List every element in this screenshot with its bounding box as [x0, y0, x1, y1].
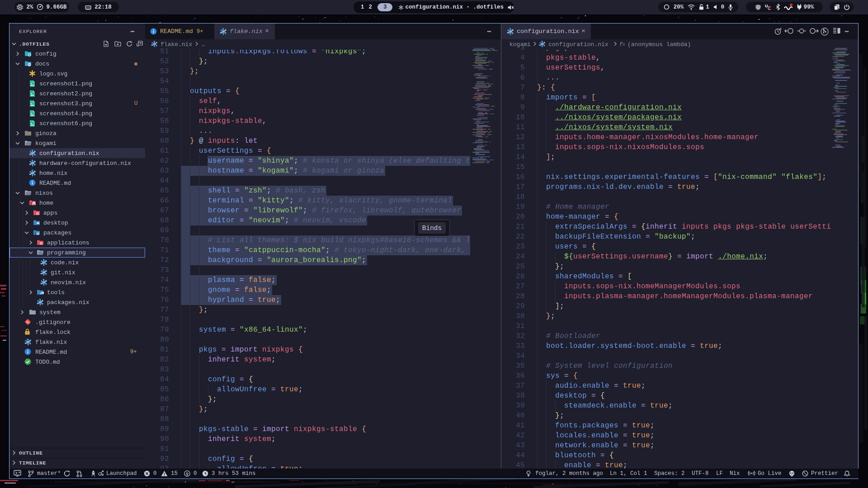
svg-text:C: C: [768, 6, 771, 10]
